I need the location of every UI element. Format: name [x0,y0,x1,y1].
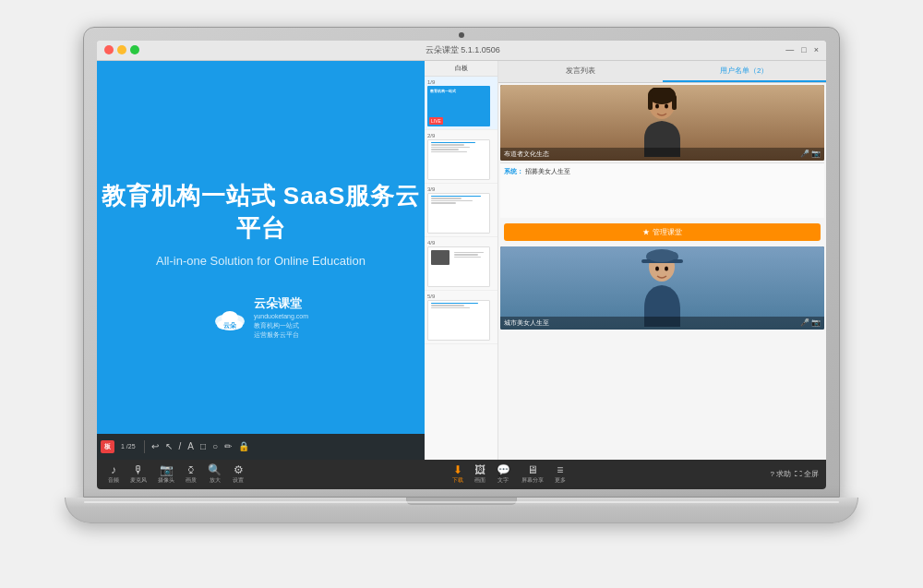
svg-text:云朵: 云朵 [223,322,237,329]
laptop-base-shine [84,501,839,503]
video-name-1: 布道者文化生态 [504,150,549,159]
slide-thumbnail-5[interactable]: 5/9 [425,291,497,344]
fullscreen-button[interactable]: ⛶ 全屏 [795,469,819,479]
logo-text: 云朵课堂 yunduoketang.com 教育机构一站式 运营服务云平台 [254,295,308,339]
fullscreen-label: 全屏 [804,469,819,479]
tab-user-list[interactable]: 用户名单（2） [663,61,827,82]
main-content: 教育机构一站式 SaaS服务云平台 All-in-one Solution fo… [97,61,826,460]
slide-content: 教育机构一站式 SaaS服务云平台 All-in-one Solution fo… [97,180,425,339]
download-label: 下载 [452,476,463,485]
cam-icon-2: 📷 [811,318,821,327]
eraser-icon[interactable]: ✏ [222,441,234,451]
svg-rect-9 [648,95,653,110]
bottom-btn-quality[interactable]: ⧲ 画质 [182,463,200,485]
share-icon: 🖥 [527,463,538,476]
bottom-btn-cam[interactable]: 📷 摄像头 [154,463,178,485]
bottom-btn-download[interactable]: ⬇ 下载 [449,463,467,485]
presentation-area: 教育机构一站式 SaaS服务云平台 All-in-one Solution fo… [97,61,425,460]
title-bar: 云朵课堂 5.1.1.0506 — □ × [97,41,826,61]
minimize-button[interactable] [117,45,126,54]
screen-label: 画面 [474,476,485,485]
zoom-icon: 🔍 [208,463,222,476]
chat-message: 系统： 招募美女人生至 [504,167,821,176]
window-title: 云朵课堂 5.1.1.0506 [139,44,785,56]
bottom-btn-mic[interactable]: 🎙 麦克风 [126,463,150,485]
slide-thumbnail-4[interactable]: 4/9 [425,237,497,291]
chat-icon: 💬 [497,463,510,476]
thumb-img-2 [427,139,490,180]
video-icons-1: 🎤 📷 [800,150,821,158]
settings-label: 设置 [233,476,244,485]
cam-icon-1: 📷 [811,150,821,158]
quality-icon: ⧲ [188,463,194,476]
slide-panel-header: 白板 [425,61,497,77]
thumb-num-1: 1/9 [427,79,495,85]
slide-thumbnail-2[interactable]: 2/9 [425,130,497,184]
screen-icon: 🖼 [474,463,485,476]
fullscreen-icon: ⛶ [795,470,802,478]
person-silhouette-bottom [637,248,688,327]
svg-point-16 [647,249,677,262]
share-label: 屏幕分享 [521,476,544,485]
help-icon: ? [771,470,774,478]
svg-point-11 [655,104,659,109]
pen-icon[interactable]: / [177,441,184,451]
svg-rect-10 [672,95,677,110]
text-icon[interactable]: A [186,441,196,451]
help-button[interactable]: ? 求助 [771,469,791,479]
cursor-icon[interactable]: ↖ [163,441,174,451]
laptop-screen-bezel: 云朵课堂 5.1.1.0506 — □ × 教育机构一站式 SaaS服务云平台 … [83,27,840,498]
title-minimize-icon[interactable]: — [785,45,794,54]
bottom-btn-more[interactable]: ≡ 更多 [551,463,569,485]
circle-icon[interactable]: ○ [210,441,220,451]
cam-label: 摄像头 [158,476,174,485]
maximize-button[interactable] [130,45,139,54]
bottom-btn-zoom[interactable]: 🔍 放大 [204,463,225,485]
thumb-img-5 [427,300,490,341]
undo-icon[interactable]: ↩ [150,441,161,451]
video-name-2: 城市美女人生至 [504,318,549,328]
title-restore-icon[interactable]: □ [801,45,806,54]
board-button[interactable]: 板 [101,440,114,453]
video-icons-2: 🎤 📷 [800,318,821,327]
video-list: 布道者文化生态 🎤 📷 系统： [498,83,826,460]
thumb-img-1: 教育机构一站式 LIVE [427,86,490,126]
mic-icon-1: 🎤 [800,150,809,158]
bottom-btn-audio[interactable]: ♪ 音频 [104,463,123,485]
bottom-btn-screen[interactable]: 🖼 画面 [471,463,489,485]
lock-icon[interactable]: 🔒 [236,441,251,451]
audio-label: 音频 [108,476,119,485]
mic-label: 麦克风 [130,476,147,485]
bottom-btn-share[interactable]: 🖥 屏幕分享 [518,463,547,485]
close-button[interactable] [104,45,114,54]
tab-speech-list[interactable]: 发言列表 [498,61,663,82]
download-icon: ⬇ [453,463,462,476]
slide-thumbnail-3[interactable]: 3/9 [425,184,497,237]
laptop-screen: 云朵课堂 5.1.1.0506 — □ × 教育机构一站式 SaaS服务云平台 … [97,41,826,489]
video-panel: 发言列表 用户名单（2） [498,61,826,460]
logo-tagline: yunduoketang.com 教育机构一站式 运营服务云平台 [254,312,308,339]
bottom-btn-settings[interactable]: ⚙ 设置 [229,463,247,485]
page-info: 1 /25 [117,443,139,450]
presentation-toolbar: 板 1 /25 ↩ ↖ / A □ ○ ✏ 🔒 [97,434,425,460]
bottom-btn-chat[interactable]: 💬 文字 [493,463,514,485]
thumb-num-4: 4/9 [427,240,495,246]
live-badge: LIVE [429,117,443,125]
shape-icon[interactable]: □ [198,441,208,451]
manage-class-button[interactable]: ★ 管理课堂 [504,223,821,241]
slide-thumbnail-1[interactable]: 1/9 教育机构一站式 LIVE [425,77,497,130]
title-close-icon[interactable]: × [814,45,819,54]
mic-icon: 🎙 [133,463,144,476]
chat-area: 系统： 招募美女人生至 [500,162,824,218]
mic-icon-2: 🎤 [800,318,809,327]
window-controls [104,45,139,54]
video-item-2: 城市美女人生至 🎤 📷 [500,246,824,330]
video-overlay-1: 布道者文化生态 🎤 📷 [500,148,824,161]
video-overlay-2: 城市美女人生至 🎤 📷 [500,317,824,330]
help-label: 求助 [776,469,791,479]
video-item-1: 布道者文化生态 🎤 📷 [500,85,824,161]
svg-point-18 [665,267,668,271]
thumb-img-4 [427,246,490,287]
svg-point-17 [655,267,659,271]
cam-icon: 📷 [160,463,174,476]
